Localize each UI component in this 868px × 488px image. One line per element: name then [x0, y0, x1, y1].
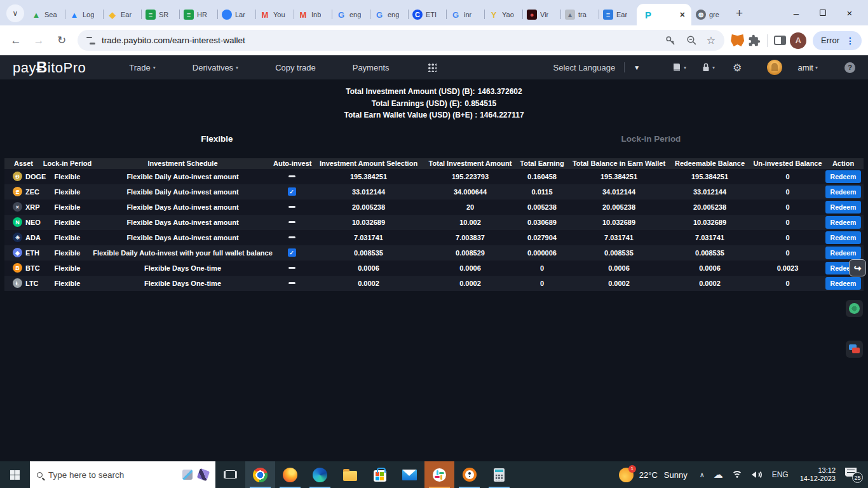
browser-tab[interactable]: ◆ Ear ×	[103, 6, 141, 23]
browser-tab[interactable]: ▴ tra ×	[560, 6, 599, 23]
tray-expand-button[interactable]: ∧	[695, 461, 709, 488]
taskbar-search[interactable]: Type here to search	[30, 461, 215, 488]
help-icon[interactable]: ?	[844, 62, 855, 73]
onedrive-cloud-icon[interactable]: ☁	[709, 461, 728, 488]
autoinvest-checkbox[interactable]: ✓	[288, 187, 296, 196]
browser-tab[interactable]: M Inb ×	[294, 6, 332, 23]
summary-line: Total Earn Wallet Value (USD) (B+E) :146…	[0, 109, 868, 121]
taskbar-firefox[interactable]	[275, 461, 305, 488]
extensions-puzzle-icon[interactable]	[748, 34, 761, 47]
browser-tab[interactable]: Y Yao ×	[484, 6, 522, 23]
browser-tab[interactable]: ▲ Log ×	[65, 6, 103, 23]
taskbar-file-explorer[interactable]	[335, 461, 365, 488]
reload-button[interactable]: ↻	[52, 31, 71, 50]
browser-tab[interactable]: G inr ×	[446, 6, 484, 23]
minimize-button[interactable]: –	[783, 0, 810, 25]
keyboard-language[interactable]: ENG	[766, 461, 794, 488]
notification-center-button[interactable]: 25	[845, 468, 862, 482]
url-text[interactable]: trade.paybito.com/earn-interest-wallet	[102, 36, 658, 45]
metamask-extension-icon[interactable]	[731, 34, 744, 46]
browser-tab[interactable]: M You ×	[255, 6, 294, 23]
schedule-cell: Flexible Daily Auto-invest with your ful…	[92, 249, 273, 257]
support-widget-button[interactable]	[846, 300, 863, 317]
apps-grid-icon[interactable]	[428, 63, 437, 72]
taskbar-chrome[interactable]	[245, 461, 275, 488]
paybito-logo[interactable]: payɃitoPro	[13, 58, 86, 76]
redeem-button[interactable]: Redeem	[825, 201, 862, 214]
redeem-button[interactable]: Redeem	[825, 277, 862, 290]
site-info-icon[interactable]	[86, 37, 95, 44]
browser-tab[interactable]: Lar ×	[217, 6, 255, 23]
autoinvest-cell: ✓	[273, 175, 310, 178]
period-tab[interactable]: Lock-in Period	[434, 134, 868, 149]
system-tray: 1 22°CSunny ∧ ☁ ENG 13:12 14-12-2023 25	[611, 461, 868, 488]
wifi-icon[interactable]	[728, 461, 747, 488]
feedback-chat-button[interactable]	[846, 341, 863, 358]
task-view-button[interactable]	[215, 461, 245, 488]
coin-icon: ×	[13, 202, 22, 212]
settings-gear-icon[interactable]: ⚙	[733, 62, 742, 74]
nav-menu-item[interactable]: Derivatives ▾	[193, 63, 238, 72]
redeem-button[interactable]: Redeem	[825, 231, 862, 244]
nav-menu-item[interactable]: Copy trade ▾	[275, 63, 316, 72]
taskbar-microsoft-store[interactable]	[365, 461, 395, 488]
new-tab-button[interactable]: +	[736, 6, 743, 20]
tab-label: Inb	[311, 11, 321, 18]
menu-dots-icon[interactable]: ⋮	[843, 36, 858, 46]
redeem-button[interactable]: Redeem	[825, 247, 862, 259]
taskbar-openvpn[interactable]	[454, 461, 484, 488]
taskbar-mail[interactable]	[395, 461, 424, 488]
period-tab[interactable]: Flexible	[0, 134, 434, 149]
nav-menu-item[interactable]: Trade ▾	[129, 63, 156, 72]
bookmark-star-icon[interactable]: ☆	[707, 34, 715, 46]
redeem-button[interactable]: Redeem	[825, 216, 862, 229]
profile-avatar[interactable]: A	[790, 32, 806, 49]
security-menu[interactable]: ▾	[702, 62, 715, 72]
search-icon	[37, 472, 43, 478]
orders-menu[interactable]: ▾	[672, 62, 686, 72]
back-button[interactable]: ←	[6, 31, 25, 50]
browser-tab[interactable]: P ×	[637, 4, 691, 25]
zoom-icon[interactable]	[686, 34, 698, 46]
browser-tab[interactable]: G eng ×	[370, 6, 408, 23]
select-language-label[interactable]: Select Language	[553, 63, 616, 72]
redeem-button[interactable]: Redeem	[825, 170, 862, 183]
password-key-icon[interactable]	[665, 34, 677, 46]
browser-tab[interactable]: ⊕ gre ×	[691, 6, 729, 23]
taskbar-slack[interactable]	[424, 461, 454, 488]
language-caret-icon[interactable]: ▼	[634, 64, 640, 71]
volume-icon[interactable]	[747, 461, 766, 488]
user-avatar[interactable]	[767, 60, 782, 75]
redeem-button[interactable]: Redeem	[825, 186, 862, 198]
start-button[interactable]	[0, 461, 30, 488]
weather-widget[interactable]: 1 22°CSunny	[611, 468, 695, 482]
taskbar-edge[interactable]	[305, 461, 335, 488]
user-menu[interactable]: amit ▾	[797, 63, 818, 72]
tab-close-icon[interactable]: ×	[680, 10, 685, 20]
browser-tab[interactable]: C ETI ×	[408, 6, 446, 23]
binance-icon: ◆	[107, 10, 118, 20]
browser-tab[interactable]: ≡ HR ×	[179, 6, 217, 23]
browser-tab[interactable]: G eng ×	[332, 6, 370, 23]
maximize-button[interactable]	[810, 0, 836, 25]
logo-text: pay	[13, 60, 36, 76]
nav-menu-item[interactable]: Payments ▾	[353, 63, 390, 72]
browser-tab[interactable]: ≡ SR ×	[141, 6, 179, 23]
share-widget-button[interactable]: ↪	[849, 259, 866, 276]
autoinvest-checkbox[interactable]: ✓	[288, 248, 296, 257]
browser-tab[interactable]: ● Vir ×	[522, 6, 560, 23]
address-bar[interactable]: trade.paybito.com/earn-interest-wallet ☆	[78, 30, 724, 51]
share-arrow-icon: ↪	[854, 263, 862, 273]
taskbar-clock[interactable]: 13:12 14-12-2023	[794, 466, 841, 483]
error-label: Error	[821, 36, 839, 45]
close-button[interactable]: ×	[836, 0, 863, 25]
taskbar-calculator[interactable]	[484, 461, 514, 488]
asset-symbol: LTC	[25, 280, 39, 287]
tab-search-button[interactable]: ∨	[6, 4, 24, 22]
forward-button[interactable]: →	[29, 31, 48, 50]
navbar-divider	[624, 62, 625, 72]
side-panel-icon[interactable]	[774, 36, 786, 45]
browser-tab[interactable]: ≡ Ear ×	[599, 6, 637, 23]
browser-tab[interactable]: ▲ Sea ×	[27, 6, 65, 23]
error-menu-button[interactable]: Error ⋮	[813, 31, 862, 50]
